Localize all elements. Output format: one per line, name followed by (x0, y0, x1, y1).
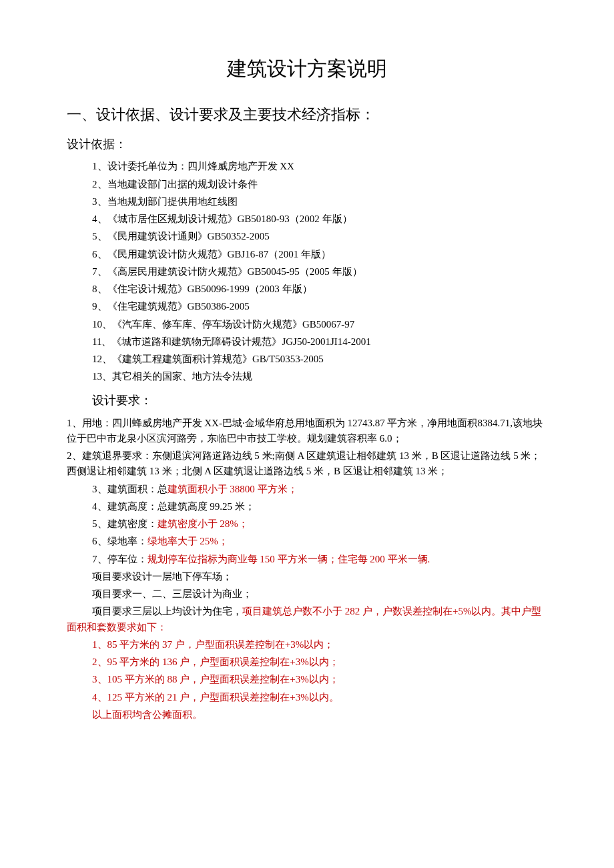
basis-item: 6、《民用建筑设计防火规范》GBJ16-87（2001 年版） (92, 247, 547, 262)
unit-type-item: 2、95 平方米的 136 户，户型面积误差控制在+3%以内； (92, 655, 547, 670)
req-item-parking: 项目要求设计一层地下停车场； (92, 569, 547, 584)
req-item-7: 7、停车位：规划停车位指标为商业每 150 平方米一辆；住宅每 200 平米一辆… (92, 552, 547, 567)
design-basis-list: 1、设计委托单位为：四川烽威房地产开发 XX 2、当地建设部门出据的规划设计条件… (92, 159, 547, 384)
req-item-4: 4、建筑高度：总建筑高度 99.25 米； (92, 499, 547, 514)
req-7-label: 7、停车位： (92, 554, 147, 564)
unit-type-item: 1、85 平方米的 37 户，户型面积误差控制在+3%以内； (92, 637, 547, 653)
basis-item: 4、《城市居住区规划设计规范》GB50180-93（2002 年版） (92, 211, 547, 227)
basis-item: 9、《住宅建筑规范》GB50386-2005 (92, 299, 547, 314)
basis-item: 7、《高层民用建筑设计防火规范》GB50045-95（2005 年版） (92, 264, 547, 280)
design-requirements-heading: 设计要求： (92, 392, 547, 410)
req-6-label: 6、绿地率： (92, 536, 147, 546)
unit-type-item: 3、105 平方米的 88 户，户型面积误差控制在+3%以内； (92, 672, 547, 687)
basis-item: 12、《建筑工程建筑面积计算规范》GB/T50353-2005 (92, 352, 547, 367)
unit-type-item: 4、125 平方米的 21 户，户型面积误差控制在+3%以内。 (92, 690, 547, 705)
design-basis-heading: 设计依据： (67, 135, 547, 154)
req-5-value: 建筑密度小于 28%； (158, 518, 248, 529)
req-item-commercial: 项目要求一、二、三层设计为商业； (92, 586, 547, 602)
req-6-value: 绿地率大于 25%； (147, 536, 228, 546)
req-item-residential: 项目要求三层以上均设计为住宅，项目建筑总户数不小于 282 户，户数误差控制在+… (67, 604, 547, 635)
basis-item: 1、设计委托单位为：四川烽威房地产开发 XX (92, 159, 547, 174)
basis-item: 11、《城市道路和建筑物无障碍设计规范》JGJ50-2001JI14-2001 (92, 334, 547, 350)
req-item-5: 5、建筑密度：建筑密度小于 28%； (92, 516, 547, 532)
basis-item: 10、《汽车库、修车库、停车场设计防火规范》GB50067-97 (92, 317, 547, 332)
section-1-heading: 一、设计依据、设计要求及主要技术经济指标： (67, 103, 547, 126)
req-item-1: 1、用地：四川蜂威房地产开发 XX-巴城·金域华府总用地面积为 12743.87… (67, 416, 547, 447)
basis-item: 8、《住宅设计规范》GB50096-1999（2003 年版） (92, 282, 547, 297)
basis-item: 5、《民用建筑设计通则》GB50352-2005 (92, 229, 547, 244)
area-note: 以上面积均含公摊面积。 (92, 707, 547, 723)
req-item-2: 2、建筑退界要求：东侧退滨河路道路边线 5 米;南侧 A 区建筑退让相邻建筑 1… (67, 448, 547, 480)
requirements-body: 1、用地：四川蜂威房地产开发 XX-巴城·金域华府总用地面积为 12743.87… (67, 416, 547, 723)
req-item-3: 3、建筑面积：总建筑面积小于 38800 平方米； (92, 482, 547, 497)
req-3-value: 建筑面积小于 38800 平方米； (168, 484, 298, 494)
req-5-label: 5、建筑密度： (92, 518, 158, 529)
page: 建筑设计方案说明 一、设计依据、设计要求及主要技术经济指标： 设计依据： 1、设… (0, 0, 614, 765)
req-res-prefix: 项目要求三层以上均设计为住宅， (92, 606, 242, 616)
req-7-value: 规划停车位指标为商业每 150 平方米一辆；住宅每 200 平米一辆. (147, 554, 430, 564)
basis-item: 13、其它相关的国家、地方法令法规 (92, 369, 547, 384)
basis-item: 3、当地规划部门提供用地红线图 (92, 194, 547, 209)
req-3-label: 3、建筑面积：总 (92, 484, 168, 494)
basis-item: 2、当地建设部门出据的规划设计条件 (92, 177, 547, 192)
req-item-6: 6、绿地率：绿地率大于 25%； (92, 534, 547, 549)
document-title: 建筑设计方案说明 (67, 53, 547, 85)
